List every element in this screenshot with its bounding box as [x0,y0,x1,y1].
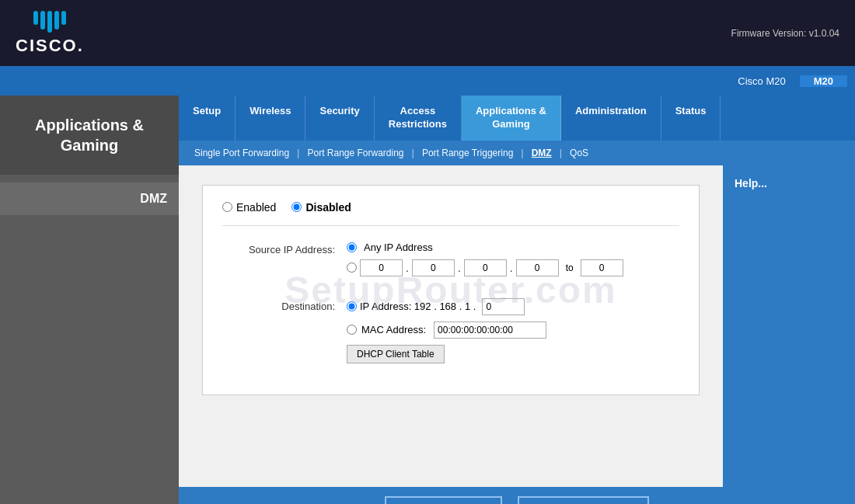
dest-mac-text: MAC Address: [361,324,426,335]
dest-ip-radio[interactable] [347,301,357,311]
tab-security[interactable]: Security [305,96,374,141]
destination-fields: IP Address: 192 . 168 . 1 . MAC Address: [347,298,679,363]
tab-status[interactable]: Status [661,96,721,141]
dest-mac-input[interactable] [434,322,546,339]
source-ip-fields: Any IP Address . . . [347,242,679,283]
enabled-disabled-row: Enabled Disabled [222,201,679,226]
dest-ip-row: IP Address: 192 . 168 . 1 . [347,298,679,315]
source-ip-row: Source IP Address: Any IP Address . [222,242,679,283]
enabled-radio[interactable] [222,202,232,212]
cisco-wordmark: CISCO. [16,36,84,56]
to-label: to [566,262,574,273]
dest-ip-text: IP Address: 192 . 168 . 1 . [360,301,476,312]
cisco-bars-icon [33,11,66,33]
src-ip-octet1[interactable] [360,259,403,276]
tab-applications-gaming[interactable]: Applications &Gaming [462,96,561,141]
dest-mac-row: MAC Address: [347,322,679,339]
src-ip-to[interactable] [581,259,623,276]
bar3 [47,11,52,33]
help-link[interactable]: Help... [735,177,767,189]
ip-sep3: . [510,262,513,274]
header: CISCO. Firmware Version: v1.0.04 [0,0,855,66]
src-ip-octet4[interactable] [516,259,559,276]
bar2 [40,11,45,30]
sidebar-title: Applications & Gaming [0,96,179,175]
any-ip-label: Any IP Address [364,242,433,253]
bar1 [33,11,38,25]
top-nav: Cisco M20 M20 [0,66,855,96]
left-sidebar: Applications & Gaming DMZ [0,96,179,504]
subnav-dmz[interactable]: DMZ [524,145,560,161]
enabled-label-text: Enabled [236,201,276,214]
enabled-radio-label[interactable]: Enabled [222,201,276,214]
disabled-label-text: Disabled [305,201,351,214]
source-ip-label: Source IP Address: [222,242,347,255]
any-ip-radio[interactable] [347,242,357,252]
firmware-version: Firmware Version: v1.0.04 [731,28,839,39]
bottom-bar: Save Settings Cancel Changes [179,487,855,504]
help-panel: Help... [723,165,855,487]
main-content: SetupRouter.com Enabled Disabled [179,165,723,487]
main-layout: Applications & Gaming DMZ Setup Wireless… [0,96,855,504]
dest-ip-last-octet[interactable] [482,298,525,315]
nav-tabs: Setup Wireless Security AccessRestrictio… [179,96,855,141]
dhcp-client-table-button[interactable]: DHCP Client Table [347,345,445,363]
ip-range-row: . . . to [347,259,679,276]
sidebar-dmz-label: DMZ [0,182,179,215]
tab-setup[interactable]: Setup [179,96,236,141]
bar5 [61,11,66,25]
subnav-port-range[interactable]: Port Range Forwarding [299,145,411,161]
src-ip-octet3[interactable] [464,259,507,276]
cancel-changes-button[interactable]: Cancel Changes [518,496,649,504]
nav-tabs-wrapper: Setup Wireless Security AccessRestrictio… [179,96,855,141]
content-wrapper: SetupRouter.com Enabled Disabled [179,165,855,487]
ip-range-radio[interactable] [347,262,357,273]
disabled-radio-label[interactable]: Disabled [291,201,351,214]
subnav-single-port[interactable]: Single Port Forwarding [187,145,297,161]
any-ip-row: Any IP Address [347,242,679,253]
top-nav-cisco-m20[interactable]: Cisco M20 [724,75,799,87]
tab-wireless[interactable]: Wireless [236,96,305,141]
tab-administration[interactable]: Administration [561,96,661,141]
sub-nav: Single Port Forwarding | Port Range Forw… [179,141,855,165]
save-settings-button[interactable]: Save Settings [385,496,503,504]
ip-sep2: . [458,262,461,274]
ip-sep1: . [406,262,409,274]
right-content: Setup Wireless Security AccessRestrictio… [179,96,855,504]
cisco-logo: CISCO. [16,11,84,56]
bar4 [54,11,59,30]
top-nav-m20[interactable]: M20 [800,75,847,87]
tab-access-restrictions[interactable]: AccessRestrictions [375,96,462,141]
dest-mac-radio[interactable] [347,325,357,335]
disabled-radio[interactable] [291,202,302,212]
destination-label: Destination: [222,298,347,312]
dhcp-btn-row: DHCP Client Table [347,345,679,363]
subnav-port-triggering[interactable]: Port Range Triggering [414,145,521,161]
src-ip-octet2[interactable] [412,259,455,276]
subnav-qos[interactable]: QoS [562,145,596,161]
destination-row: Destination: IP Address: 192 . 168 . 1 . [222,298,679,363]
form-section: SetupRouter.com Enabled Disabled [202,185,700,395]
